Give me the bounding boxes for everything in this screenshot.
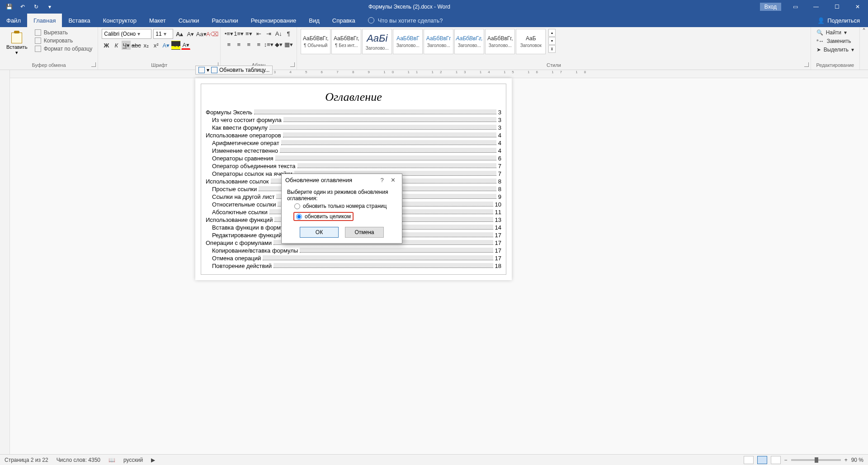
zoom-level[interactable]: 90 % [851,457,863,463]
maximize-icon[interactable]: ☐ [826,0,847,14]
sort-button[interactable]: A↓ [274,29,283,38]
tab-help[interactable]: Справка [326,14,362,27]
proofing-icon[interactable]: 📖 [108,457,115,463]
align-left-button[interactable]: ≡ [224,40,233,49]
tab-mailings[interactable]: Рассылки [205,14,244,27]
close-icon[interactable]: ✕ [847,0,868,14]
font-name-combo[interactable]: Calibri (Осно▾ [102,29,151,39]
toc-row[interactable]: Оператор объединения текста7 [206,162,501,170]
radio-update-all[interactable]: обновить целиком [293,212,354,221]
decrease-indent-button[interactable]: ⇤ [254,29,263,38]
ok-button[interactable]: ОК [300,227,339,238]
toc-row[interactable]: Операторы сравнения6 [206,155,501,162]
radio-all-input[interactable] [296,214,302,220]
justify-button[interactable]: ≡ [254,40,263,49]
subscript-button[interactable]: x₂ [142,41,151,50]
collapse-ribbon-button[interactable]: ˄ [860,27,868,70]
toc-row[interactable]: Повторение действий18 [206,262,501,270]
bullets-button[interactable]: •≡▾ [224,29,233,38]
copy-button[interactable]: Копировать [33,37,94,44]
replace-button[interactable]: ᵃ↔Заменить [815,38,856,45]
tab-review[interactable]: Рецензирование [245,14,302,27]
status-words[interactable]: Число слов: 4350 [57,457,100,463]
change-case-button[interactable]: Aa▾ [197,29,206,38]
toc-row[interactable]: Изменение естественно4 [206,147,501,155]
share-button[interactable]: 👤 Поделиться [809,14,868,27]
numbering-button[interactable]: 1≡▾ [234,29,243,38]
radio-pages-input[interactable] [294,203,300,209]
save-icon[interactable]: 💾 [5,3,13,10]
clear-formatting-button[interactable]: A⌫ [208,29,217,38]
show-marks-button[interactable]: ¶ [284,29,293,38]
zoom-slider[interactable] [791,459,841,461]
shrink-font-button[interactable]: A▾ [186,29,195,38]
style-item[interactable]: АаБбВвГг,Заголово... [485,29,515,54]
zoom-in-button[interactable]: + [844,457,848,463]
style-item[interactable]: АаБбВвГгЗаголово... [424,29,453,54]
strikethrough-button[interactable]: abc [132,41,141,50]
view-print-layout[interactable] [757,456,767,464]
cut-button[interactable]: Вырезать [33,29,94,36]
font-color-button[interactable]: A▾ [181,41,190,50]
tab-design[interactable]: Конструктор [97,14,143,27]
bold-button[interactable]: Ж [102,41,111,50]
undo-icon[interactable]: ↶ [19,3,26,10]
find-button[interactable]: 🔍Найти▾ [815,29,856,36]
underline-button[interactable]: Ч▾ [122,41,131,50]
toc-row[interactable]: Арифметические операт4 [206,139,501,147]
toc-row[interactable]: Как ввести формулу3 [206,124,501,132]
tab-insert[interactable]: Вставка [62,14,96,27]
macro-icon[interactable]: ▶ [151,457,155,463]
radio-update-pages[interactable]: обновить только номера страниц [294,203,396,209]
close-icon[interactable]: ✕ [387,177,398,183]
italic-button[interactable]: К [112,41,121,50]
toc-row[interactable]: Отмена операций17 [206,254,501,262]
font-size-combo[interactable]: 11▾ [153,29,173,39]
login-button[interactable]: Вход [760,3,781,11]
align-center-button[interactable]: ≡ [234,40,243,49]
dialog-launcher-clipboard[interactable] [91,62,96,67]
text-effects-button[interactable]: A▾ [161,41,170,50]
style-item[interactable]: АаБіЗаголово... [362,29,392,54]
zoom-thumb[interactable] [815,457,818,463]
dialog-launcher-styles[interactable] [804,62,809,67]
tab-layout[interactable]: Макет [143,14,172,27]
borders-button[interactable]: ▦▾ [284,40,293,49]
minimize-icon[interactable]: — [806,0,826,14]
view-web-layout[interactable] [771,456,781,464]
view-read-mode[interactable] [744,456,754,464]
toc-row[interactable]: Использование операторов4 [206,132,501,139]
toc-control-bar[interactable]: ▾ Обновить таблицу... [195,66,273,75]
tab-references[interactable]: Ссылки [172,14,206,27]
toc-row[interactable]: Копирование/вставка формулы17 [206,247,501,254]
line-spacing-button[interactable]: ↕≡▾ [264,40,273,49]
tab-home[interactable]: Главная [27,14,62,27]
toc-row[interactable]: Формулы Эксель3 [206,108,501,116]
ribbon-display-icon[interactable]: ▭ [785,0,806,14]
highlight-button[interactable]: ✎▾ [171,41,180,50]
dialog-launcher-paragraph[interactable] [290,62,295,67]
tab-file[interactable]: Файл [0,14,27,27]
shading-button[interactable]: ◆▾ [274,40,283,49]
grow-font-button[interactable]: A▴ [175,29,184,38]
tab-view[interactable]: Вид [302,14,326,27]
style-item[interactable]: АаБбВвГг,Заголово... [454,29,484,54]
multilevel-button[interactable]: ≡▾ [244,29,253,38]
cancel-button[interactable]: Отмена [345,227,384,238]
tell-me-search[interactable]: Что вы хотите сделать? [362,14,449,27]
help-icon[interactable]: ? [377,177,387,183]
style-item[interactable]: АаБЗаголовок [516,29,546,54]
increase-indent-button[interactable]: ⇥ [264,29,273,38]
styles-gallery-more[interactable]: ▴▾⊻ [548,29,556,53]
dialog-titlebar[interactable]: Обновление оглавления ? ✕ [282,174,402,186]
status-language[interactable]: русский [123,457,143,463]
redo-icon[interactable]: ↻ [33,3,40,10]
format-painter-button[interactable]: Формат по образцу [33,45,94,52]
select-button[interactable]: ➤Выделить▾ [815,46,856,53]
toc-row[interactable]: Из чего состоит формула3 [206,116,501,124]
style-item[interactable]: АаБбВвГг,¶ Обычный [301,29,330,54]
paste-button[interactable]: Вставить ▾ [4,29,30,56]
align-right-button[interactable]: ≡ [244,40,253,49]
status-page[interactable]: Страница 2 из 22 [5,457,48,463]
style-item[interactable]: АаБбВвГЗаголово... [393,29,423,54]
